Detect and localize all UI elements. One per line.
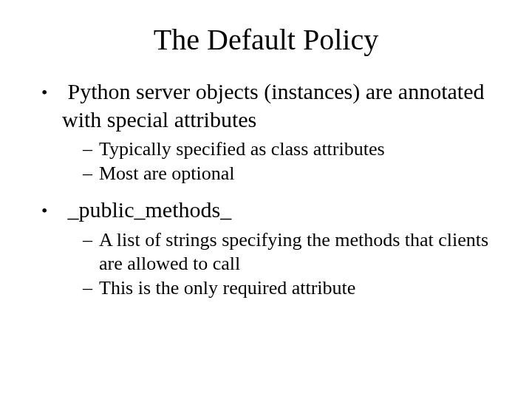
sub-bullet-text: This is the only required attribute — [99, 277, 355, 299]
sub-bullet-list: Typically specified as class attributes … — [62, 137, 497, 185]
bullet-item: _public_methods_ A list of strings speci… — [41, 196, 497, 300]
sub-bullet-text: Typically specified as class attributes — [99, 138, 385, 160]
sub-bullet-item: Most are optional — [83, 162, 497, 186]
slide: The Default Policy Python server objects… — [0, 0, 532, 399]
sub-bullet-item: This is the only required attribute — [83, 276, 497, 301]
slide-title: The Default Policy — [35, 22, 497, 57]
bullet-item: Python server objects (instances) are an… — [41, 78, 497, 185]
sub-bullet-item: A list of strings specifying the methods… — [83, 228, 497, 276]
bullet-text: _public_methods_ — [68, 197, 232, 222]
sub-bullet-text: Most are optional — [99, 163, 234, 184]
bullet-text: Python server objects (instances) are an… — [62, 79, 484, 132]
sub-bullet-text: A list of strings specifying the methods… — [99, 229, 488, 275]
bullet-list: Python server objects (instances) are an… — [35, 78, 497, 300]
sub-bullet-item: Typically specified as class attributes — [83, 137, 497, 162]
sub-bullet-list: A list of strings specifying the methods… — [62, 228, 497, 301]
